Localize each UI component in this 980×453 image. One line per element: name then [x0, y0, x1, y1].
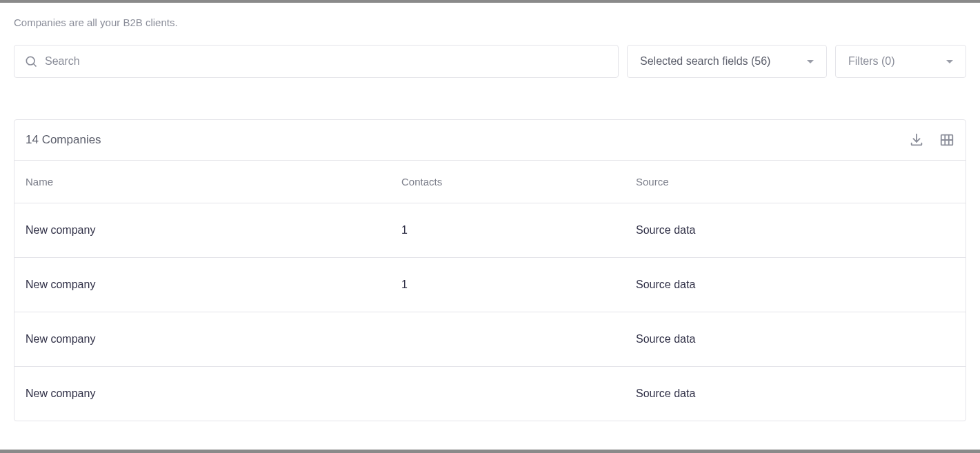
download-icon[interactable]: [909, 132, 924, 148]
top-border: [0, 0, 980, 3]
table-row[interactable]: New company 1 Source data: [14, 203, 966, 258]
chevron-down-icon: [946, 60, 953, 63]
row-source: Source data: [636, 387, 954, 400]
row-contacts: 1: [401, 224, 636, 236]
row-source: Source data: [636, 224, 954, 236]
filters-dropdown[interactable]: Filters (0): [835, 45, 966, 78]
filters-dropdown-label: Filters (0): [848, 55, 895, 68]
row-name: New company: [26, 279, 401, 291]
grid-columns-icon[interactable]: [939, 132, 954, 148]
table-columns-header: Name Contacts Source: [14, 161, 966, 203]
row-contacts: 1: [401, 279, 636, 291]
search-fields-dropdown[interactable]: Selected search fields (56): [627, 45, 827, 78]
search-icon: [24, 54, 38, 68]
svg-point-0: [26, 57, 34, 65]
table-header: 14 Companies: [14, 120, 966, 161]
search-fields-dropdown-label: Selected search fields (56): [640, 55, 770, 68]
row-name: New company: [26, 333, 401, 345]
table-header-actions: [909, 132, 954, 148]
row-source: Source data: [636, 279, 954, 291]
svg-line-1: [34, 64, 37, 67]
search-field-wrapper[interactable]: [14, 45, 619, 78]
chevron-down-icon: [807, 60, 814, 63]
table-title: 14 Companies: [26, 133, 101, 147]
table-row[interactable]: New company Source data: [14, 312, 966, 367]
companies-table-card: 14 Companies: [14, 119, 966, 421]
bottom-scrollbar[interactable]: [0, 450, 980, 453]
page-description: Companies are all your B2B clients.: [14, 17, 966, 28]
page-content: Companies are all your B2B clients. Sele…: [0, 17, 980, 421]
controls-row: Selected search fields (56) Filters (0): [14, 45, 966, 78]
column-header-name[interactable]: Name: [26, 176, 401, 188]
table-row[interactable]: New company 1 Source data: [14, 258, 966, 312]
search-input[interactable]: [45, 55, 608, 68]
column-header-contacts[interactable]: Contacts: [401, 176, 636, 188]
row-name: New company: [26, 387, 401, 400]
row-source: Source data: [636, 333, 954, 345]
column-header-source[interactable]: Source: [636, 176, 954, 188]
table-row[interactable]: New company Source data: [14, 367, 966, 421]
row-name: New company: [26, 224, 401, 236]
